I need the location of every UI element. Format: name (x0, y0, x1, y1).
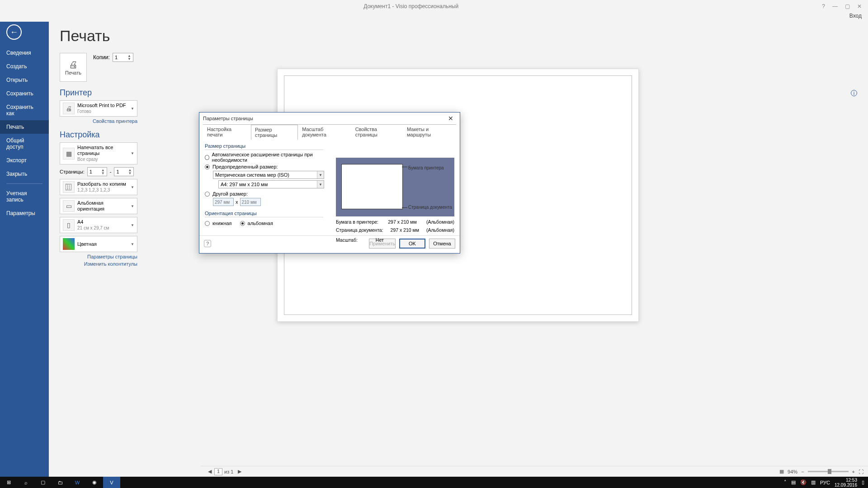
sidebar-item-saveas[interactable]: Сохранить как (0, 100, 49, 120)
page-number-input[interactable]: 1 (214, 468, 222, 475)
custom-height-input[interactable]: 210 мм (240, 198, 261, 206)
radio-auto-expand[interactable]: Автоматическое расширение страницы при н… (205, 152, 328, 163)
title-bar: Документ1 - Visio профессиональный ? ― ▢… (0, 0, 868, 13)
tray-clock[interactable]: 12:53 12.09.2016 (835, 478, 857, 488)
predefined-size-select[interactable]: A4: 297 мм x 210 мм▼ (218, 180, 324, 188)
collate-icon: ⿲ (63, 181, 75, 193)
dialog-close-button[interactable]: ✕ (445, 114, 456, 123)
zoom-in-button[interactable]: + (852, 469, 855, 474)
pages-from-stepper[interactable]: 1 ▲▼ (87, 167, 107, 176)
print-button-label: Печать (65, 70, 81, 75)
task-view-icon[interactable]: ▢ (34, 477, 52, 488)
start-button[interactable]: ⊞ (0, 477, 17, 488)
sidebar-item-share[interactable]: Общий доступ (0, 134, 49, 154)
custom-width-input[interactable]: 297 мм (213, 198, 234, 206)
dialog-help-button[interactable]: ? (204, 240, 211, 247)
printer-icon: 🖨 (69, 60, 78, 70)
dialog-preview: Бумага принтера Страница документа Бумаг… (336, 158, 454, 243)
radio-predefined[interactable]: Предопределенный размер: (205, 164, 328, 169)
login-link[interactable]: Вход (849, 13, 862, 19)
pages-dash: - (110, 169, 112, 174)
backstage-sidebar: ← Сведения Создать Открыть Сохранить Сох… (0, 22, 49, 477)
sidebar-item-close[interactable]: Закрыть (0, 167, 49, 181)
prev-page-button[interactable]: ◀ (205, 469, 214, 474)
collate-select[interactable]: ⿲ Разобрать по копиям 1,2,3 1,2,3 1,2,3 … (60, 179, 137, 195)
maximize-icon[interactable]: ▢ (845, 3, 850, 9)
sidebar-item-print[interactable]: Печать (0, 120, 49, 134)
chevron-down-icon: ▼ (131, 204, 134, 208)
page-setup-link[interactable]: Параметры страницы (60, 254, 137, 259)
preview-printer-paper-label: Бумага принтера (408, 165, 444, 171)
pages-to-value: 1 (116, 169, 119, 174)
tab-print-setup[interactable]: Настройка печати (203, 124, 251, 139)
tab-page-size[interactable]: Размер страницы (251, 125, 298, 140)
print-button[interactable]: 🖨 Печать (60, 53, 87, 82)
action-center-icon[interactable]: ▯ (862, 479, 864, 485)
next-page-button[interactable]: ▶ (235, 469, 244, 474)
tray-network-icon[interactable]: ▤ (791, 479, 796, 485)
sidebar-item-save[interactable]: Сохранить (0, 87, 49, 100)
dialog-tabs: Настройка печати Размер страницы Масштаб… (199, 124, 460, 140)
zoom-out-button[interactable]: − (801, 469, 804, 474)
chevron-down-icon: ▼ (131, 223, 134, 227)
pages-icon: ▦ (63, 148, 75, 160)
close-icon[interactable]: ✕ (857, 3, 862, 9)
back-button[interactable]: ← (6, 24, 22, 40)
info-doc-label: Страница документа: (336, 227, 383, 233)
measurement-system-select[interactable]: Метрическая система мер (ISO)▼ (213, 171, 324, 179)
tray-notifications-icon[interactable]: ▥ (811, 479, 816, 485)
radio-portrait[interactable]: книжная (205, 221, 232, 226)
help-icon[interactable]: ? (822, 3, 825, 9)
orientation-select[interactable]: ▭ Альбомная ориентация ▼ (60, 198, 137, 214)
sidebar-item-new[interactable]: Создать (0, 60, 49, 73)
tray-time: 12:53 (835, 478, 857, 483)
sidebar-item-info[interactable]: Сведения (0, 46, 49, 60)
scope-select[interactable]: ▦ Напечатать все страницы Все сразу ▼ (60, 142, 137, 164)
chrome-icon[interactable]: ◉ (86, 477, 103, 488)
info-doc-val: 297 x 210 мм (391, 227, 419, 233)
tab-layouts[interactable]: Макеты и маршруты (403, 124, 456, 139)
windows-taskbar: ⊞ ⌕ ▢ 🗀 W ◉ V ˄ ▤ 🔇 ▥ РУС 12:53 12.09.20… (0, 477, 868, 488)
radio-portrait-label: книжная (212, 221, 232, 226)
tray-language[interactable]: РУС (820, 480, 830, 485)
pages-to-stepper[interactable]: 1 ▲▼ (114, 167, 134, 176)
tab-doc-scale[interactable]: Масштаб документа (298, 124, 351, 139)
sidebar-item-export[interactable]: Экспорт (0, 154, 49, 167)
sidebar-item-account[interactable]: Учетная запись (0, 187, 49, 206)
search-icon[interactable]: ⌕ (17, 477, 34, 488)
printer-name: Microsoft Print to PDF (77, 103, 131, 108)
info-scale-label: Масштаб: (336, 237, 358, 243)
sidebar-item-options[interactable]: Параметры (0, 206, 49, 220)
chevron-down-icon: ▼ (131, 107, 134, 111)
copies-stepper[interactable]: 1 ▲▼ (113, 53, 133, 62)
spinner-arrows-icon: ▲▼ (128, 169, 132, 175)
dialog-title: Параметры страницы (203, 116, 253, 121)
preview-doc-page-label: Страница документа (408, 205, 452, 210)
arrow-left-icon: ← (10, 28, 18, 37)
file-explorer-icon[interactable]: 🗀 (52, 477, 69, 488)
headers-footers-link[interactable]: Изменить колонтитулы (60, 261, 137, 267)
radio-landscape-label: альбомная (248, 221, 273, 226)
tray-volume-icon[interactable]: 🔇 (800, 479, 807, 485)
tab-page-props[interactable]: Свойства страницы (351, 124, 403, 139)
papersize-select[interactable]: ▯ A4 21 см x 29,7 см ▼ (60, 217, 137, 233)
pages-label: Страницы: (60, 169, 85, 174)
minimize-icon[interactable]: ― (832, 3, 838, 9)
visio-icon[interactable]: V (103, 477, 120, 488)
printer-select[interactable]: 🖨 Microsoft Print to PDF Готово ▼ (60, 100, 137, 117)
radio-custom-size[interactable]: Другой размер: (205, 191, 328, 197)
word-icon[interactable]: W (69, 477, 86, 488)
color-select[interactable]: Цветная ▼ (60, 236, 137, 252)
printer-properties-link[interactable]: Свойства принтера (60, 118, 137, 124)
spinner-arrows-icon: ▲▼ (101, 169, 105, 175)
info-icon[interactable]: i (851, 90, 857, 96)
sidebar-item-open[interactable]: Открыть (0, 73, 49, 87)
tray-date: 12.09.2016 (835, 483, 857, 488)
tray-chevron-up-icon[interactable]: ˄ (784, 479, 787, 485)
zoom-slider[interactable] (808, 471, 849, 472)
zoom-to-page-icon[interactable]: ⛶ (859, 469, 863, 474)
fit-page-icon[interactable]: ▦ (779, 469, 784, 474)
measurement-system-value: Метрическая система мер (ISO) (215, 172, 289, 178)
radio-landscape[interactable]: альбомная (240, 221, 273, 226)
zoom-label: 94% (788, 469, 797, 474)
